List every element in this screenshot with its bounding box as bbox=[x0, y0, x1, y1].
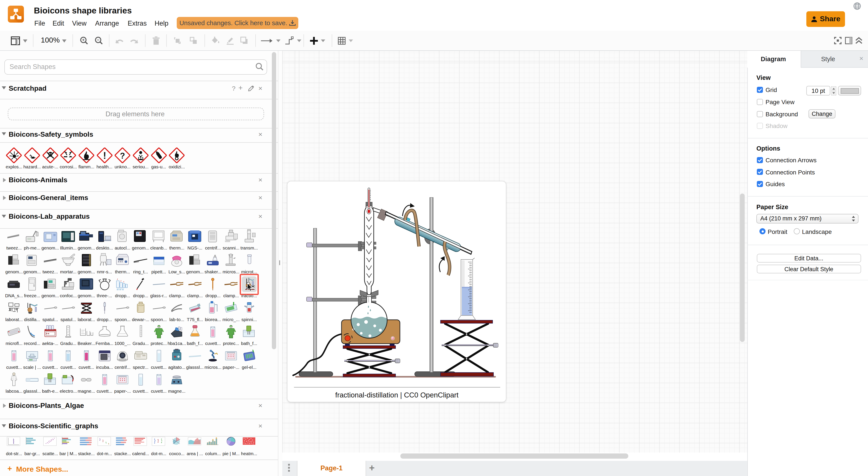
svg-text:+: + bbox=[82, 37, 85, 42]
svg-text:−: − bbox=[97, 37, 99, 42]
svg-text:?: ? bbox=[120, 151, 125, 160]
svg-text:!: ! bbox=[103, 150, 106, 161]
